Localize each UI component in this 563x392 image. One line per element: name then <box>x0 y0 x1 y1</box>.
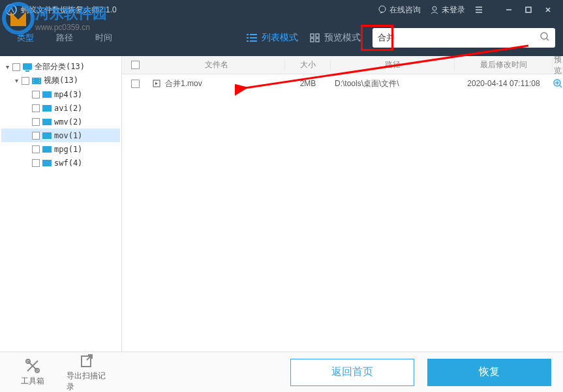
svg-rect-9 <box>23 63 32 70</box>
search-input[interactable] <box>378 33 540 43</box>
export-button[interactable]: 导出扫描记录 <box>67 352 108 393</box>
checkbox[interactable] <box>12 63 20 71</box>
video-icon <box>42 90 52 99</box>
view-preview-label: 预览模式 <box>324 32 361 44</box>
video-icon <box>42 145 52 154</box>
tree-swf[interactable]: swf(4) <box>1 156 120 170</box>
home-label: 返回首页 <box>331 365 373 379</box>
close-icon <box>544 6 552 14</box>
file-name: 合并1.mov <box>165 78 202 89</box>
login-link[interactable]: 未登录 <box>430 5 465 16</box>
view-list-label: 列表模式 <box>262 32 298 44</box>
monitor-icon <box>22 63 33 72</box>
maximize-icon <box>525 6 532 14</box>
svg-rect-12 <box>33 78 34 79</box>
checkbox[interactable] <box>32 104 40 112</box>
search-icon <box>540 31 550 42</box>
file-video-icon <box>152 79 161 88</box>
online-help-link[interactable]: 在线咨询 <box>378 5 421 16</box>
toolbox-label: 工具箱 <box>21 376 44 387</box>
home-button[interactable]: 返回首页 <box>290 359 414 386</box>
menu-button[interactable] <box>474 5 483 14</box>
svg-rect-15 <box>39 78 40 79</box>
header-time[interactable]: 最后修改时间 <box>455 59 553 70</box>
svg-rect-21 <box>42 132 52 139</box>
svg-rect-17 <box>39 82 40 83</box>
header-path[interactable]: 路径 <box>331 59 455 70</box>
tab-type[interactable]: 类型 <box>8 28 43 48</box>
toolbox-button[interactable]: 工具箱 <box>12 357 53 387</box>
app-title: 蚂蚁文件数据恢复大师2.1.0 <box>21 5 378 16</box>
tree-mpg-label: mpg(1) <box>54 145 82 154</box>
recover-label: 恢复 <box>479 365 500 379</box>
tree-mp4[interactable]: mp4(3) <box>1 87 120 101</box>
chat-icon <box>378 5 387 14</box>
video-icon <box>42 131 52 140</box>
app-icon <box>5 4 17 16</box>
view-list-mode[interactable]: 列表模式 <box>246 32 298 44</box>
svg-rect-10 <box>25 70 29 72</box>
menu-icon <box>474 5 483 14</box>
svg-rect-5 <box>316 34 319 37</box>
header-name[interactable]: 文件名 <box>148 59 285 70</box>
svg-rect-19 <box>42 105 52 112</box>
tree-mpg[interactable]: mpg(1) <box>1 142 120 156</box>
magnify-icon <box>553 78 563 89</box>
select-all-checkbox[interactable] <box>131 61 140 69</box>
tab-time[interactable]: 时间 <box>86 28 121 48</box>
checkbox[interactable] <box>32 91 40 98</box>
tree-all-label: 全部分类(13) <box>35 61 85 72</box>
file-time: 2020-04-14 07:11:08 <box>455 79 553 88</box>
search-button[interactable] <box>540 31 550 44</box>
user-icon <box>430 5 439 14</box>
tree-mp4-label: mp4(3) <box>54 90 82 99</box>
file-size: 2MB <box>285 79 331 88</box>
tree-video-label: 视频(13) <box>44 75 78 86</box>
svg-rect-16 <box>39 80 40 81</box>
checkbox[interactable] <box>22 77 29 85</box>
checkbox[interactable] <box>32 145 40 153</box>
checkbox[interactable] <box>32 132 40 140</box>
list-icon <box>246 33 258 42</box>
svg-rect-14 <box>33 82 34 83</box>
svg-rect-6 <box>311 38 314 42</box>
minimize-button[interactable] <box>499 0 519 20</box>
video-icon <box>42 158 52 168</box>
checkbox[interactable] <box>32 118 40 126</box>
svg-point-2 <box>433 7 436 10</box>
row-checkbox[interactable] <box>131 80 140 88</box>
tree-all[interactable]: ▾ 全部分类(13) <box>1 60 120 74</box>
header-preview: 预览 <box>553 54 563 76</box>
checkbox[interactable] <box>32 159 40 167</box>
svg-point-1 <box>379 6 386 12</box>
bottombar: 工具箱 导出扫描记录 返回首页 恢复 <box>0 352 563 392</box>
category-tree: ▾ 全部分类(13) ▾ 视频(13) mp4(3) avi(2) <box>0 56 122 352</box>
expand-icon[interactable]: ▾ <box>4 63 10 70</box>
tree-swf-label: swf(4) <box>54 158 82 168</box>
table-row[interactable]: 合并1.mov 2MB D:\tools\桌面\文件\ 2020-04-14 0… <box>122 74 563 93</box>
tree-mov[interactable]: mov(1) <box>1 128 120 142</box>
tab-path[interactable]: 路径 <box>47 28 82 48</box>
video-icon <box>42 117 52 127</box>
file-path: D:\tools\桌面\文件\ <box>331 78 455 89</box>
header-checkbox-cell <box>122 61 148 69</box>
toolbox-icon <box>24 357 41 374</box>
tree-avi[interactable]: avi(2) <box>1 101 120 115</box>
header-size[interactable]: 大小 <box>285 59 331 70</box>
maximize-button[interactable] <box>519 0 538 20</box>
tree-wmv[interactable]: wmv(2) <box>1 115 120 128</box>
expand-icon[interactable]: ▾ <box>13 77 20 84</box>
svg-rect-20 <box>42 119 52 125</box>
tree-wmv-label: wmv(2) <box>54 117 82 127</box>
svg-rect-18 <box>42 91 52 98</box>
search-box <box>373 28 555 48</box>
preview-button[interactable] <box>553 78 563 89</box>
grid-icon <box>310 33 320 42</box>
video-icon <box>31 76 42 85</box>
login-label: 未登录 <box>442 5 465 16</box>
svg-rect-13 <box>33 80 34 81</box>
close-button[interactable] <box>538 0 558 20</box>
tree-video[interactable]: ▾ 视频(13) <box>1 74 120 87</box>
view-preview-mode[interactable]: 预览模式 <box>310 32 361 44</box>
recover-button[interactable]: 恢复 <box>427 359 551 386</box>
